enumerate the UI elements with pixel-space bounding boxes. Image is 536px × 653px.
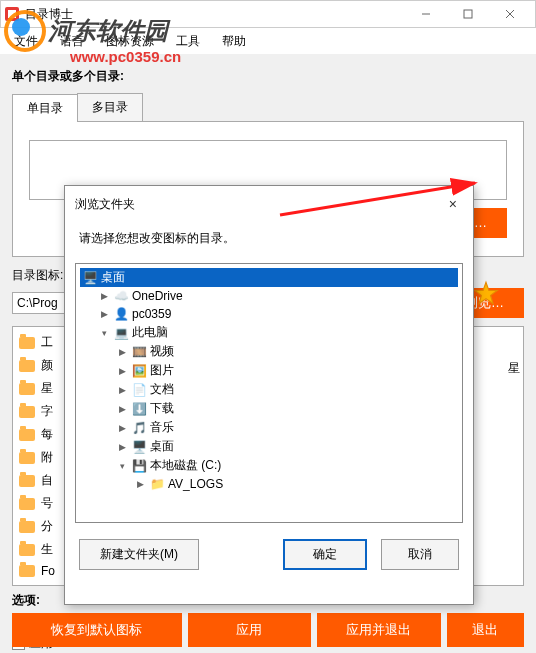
tab-multi[interactable]: 多目录 xyxy=(77,93,143,121)
folder-icon xyxy=(19,521,35,533)
music-icon: 🎵 xyxy=(131,420,147,436)
new-folder-button[interactable]: 新建文件夹(M) xyxy=(79,539,199,570)
svg-rect-1 xyxy=(464,10,472,18)
tree-thispc[interactable]: ▾💻此电脑 xyxy=(80,323,458,342)
folder-tree[interactable]: 🖥️桌面 ▶☁️OneDrive ▶👤pc0359 ▾💻此电脑 ▶🎞️视频 ▶🖼… xyxy=(75,263,463,523)
tab-single[interactable]: 单目录 xyxy=(12,94,78,122)
desktop-icon: 🖥️ xyxy=(82,270,98,286)
folder-icon xyxy=(19,360,35,372)
menu-file[interactable]: 文件 xyxy=(4,30,48,53)
folder-icon xyxy=(19,452,35,464)
section-title: 单个目录或多个目录: xyxy=(12,68,524,85)
close-button[interactable] xyxy=(489,1,531,27)
folder-icon xyxy=(19,544,35,556)
expand-icon[interactable]: ▶ xyxy=(98,308,110,320)
apply-exit-button[interactable]: 应用并退出 xyxy=(317,613,441,647)
download-icon: ⬇️ xyxy=(131,401,147,417)
dialog-desc: 请选择您想改变图标的目录。 xyxy=(65,222,473,259)
path-label: 目录图标: xyxy=(12,268,63,282)
tree-cdrive[interactable]: ▾💾本地磁盘 (C:) xyxy=(80,456,458,475)
tree-desktop[interactable]: 🖥️桌面 xyxy=(80,268,458,287)
window-title: 目录博士 xyxy=(25,6,73,23)
menu-lang[interactable]: 语言 xyxy=(50,30,94,53)
tree-music[interactable]: ▶🎵音乐 xyxy=(80,418,458,437)
video-icon: 🎞️ xyxy=(131,344,147,360)
expand-icon[interactable]: ▶ xyxy=(116,403,128,415)
drive-icon: 💾 xyxy=(131,458,147,474)
folder-icon: 📁 xyxy=(149,476,165,492)
browse-folder-dialog: 浏览文件夹 × 请选择您想改变图标的目录。 🖥️桌面 ▶☁️OneDrive ▶… xyxy=(64,185,474,605)
document-icon: 📄 xyxy=(131,382,147,398)
user-icon: 👤 xyxy=(113,306,129,322)
tree-desktop2[interactable]: ▶🖥️桌面 xyxy=(80,437,458,456)
tree-downloads[interactable]: ▶⬇️下载 xyxy=(80,399,458,418)
apply-button[interactable]: 应用 xyxy=(188,613,312,647)
tree-videos[interactable]: ▶🎞️视频 xyxy=(80,342,458,361)
expand-icon[interactable]: ▶ xyxy=(116,346,128,358)
minimize-button[interactable] xyxy=(405,1,447,27)
picture-icon: 🖼️ xyxy=(131,363,147,379)
dialog-title: 浏览文件夹 xyxy=(75,196,135,213)
tree-onedrive[interactable]: ▶☁️OneDrive xyxy=(80,287,458,305)
folder-icon xyxy=(19,475,35,487)
folder-icon xyxy=(19,406,35,418)
folder-icon xyxy=(19,337,35,349)
tree-user[interactable]: ▶👤pc0359 xyxy=(80,305,458,323)
cloud-icon: ☁️ xyxy=(113,288,129,304)
options-label: 选项: xyxy=(12,593,40,607)
menu-iconres[interactable]: 图标资源 xyxy=(96,30,164,53)
restore-button[interactable]: 恢复到默认图标 xyxy=(12,613,182,647)
sidechar: 星 xyxy=(508,360,520,377)
desktop-icon: 🖥️ xyxy=(131,439,147,455)
ok-button[interactable]: 确定 xyxy=(283,539,367,570)
collapse-icon[interactable]: ▾ xyxy=(98,327,110,339)
expand-icon[interactable]: ▶ xyxy=(116,441,128,453)
folder-icon xyxy=(19,565,35,577)
menu-help[interactable]: 帮助 xyxy=(212,30,256,53)
expand-icon[interactable]: ▶ xyxy=(116,365,128,377)
cancel-button[interactable]: 取消 xyxy=(381,539,459,570)
tree-pictures[interactable]: ▶🖼️图片 xyxy=(80,361,458,380)
expand-icon[interactable]: ▶ xyxy=(116,384,128,396)
folder-icon xyxy=(19,429,35,441)
expand-icon[interactable]: ▶ xyxy=(134,478,146,490)
tree-avlogs[interactable]: ▶📁AV_LOGS xyxy=(80,475,458,493)
app-icon xyxy=(5,7,19,21)
close-icon[interactable]: × xyxy=(443,194,463,214)
expand-icon[interactable]: ▶ xyxy=(116,422,128,434)
exit-button[interactable]: 退出 xyxy=(447,613,524,647)
expand-icon[interactable]: ▶ xyxy=(98,290,110,302)
folder-icon xyxy=(19,383,35,395)
pc-icon: 💻 xyxy=(113,325,129,341)
folder-icon xyxy=(19,498,35,510)
maximize-button[interactable] xyxy=(447,1,489,27)
collapse-icon[interactable]: ▾ xyxy=(116,460,128,472)
menu-tools[interactable]: 工具 xyxy=(166,30,210,53)
tree-docs[interactable]: ▶📄文档 xyxy=(80,380,458,399)
